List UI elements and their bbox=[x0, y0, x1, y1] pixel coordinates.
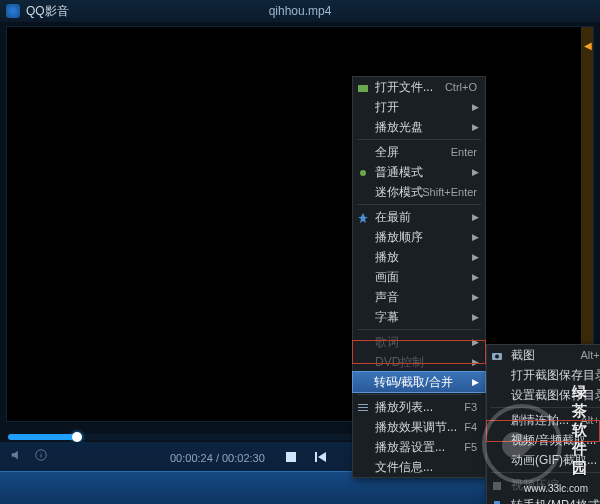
menu-normal-mode[interactable]: 普通模式▶ bbox=[353, 162, 485, 182]
time-display: 00:00:24 / 00:02:30 bbox=[170, 452, 265, 464]
svg-rect-5 bbox=[358, 404, 368, 405]
menu-lyrics: 歌词▶ bbox=[353, 332, 485, 352]
titlebar: QQ影音 qihhou.mp4 bbox=[0, 0, 600, 22]
menu-fullscreen[interactable]: 全屏Enter bbox=[353, 142, 485, 162]
menu-play-order[interactable]: 播放顺序▶ bbox=[353, 227, 485, 247]
svg-point-4 bbox=[360, 170, 366, 176]
playlist-toggle-icon[interactable]: ◀ bbox=[584, 40, 592, 51]
menu-mini-mode[interactable]: 迷你模式Shift+Enter bbox=[353, 182, 485, 202]
watermark-text: 绿茶软件园 bbox=[572, 383, 588, 478]
menu-effect-adjust[interactable]: 播放效果调节...F4 bbox=[353, 417, 485, 437]
svg-rect-2 bbox=[315, 452, 317, 462]
camera-icon bbox=[491, 348, 503, 360]
check-icon bbox=[357, 165, 369, 177]
progress-knob-icon[interactable] bbox=[72, 432, 82, 442]
menu-subtitle[interactable]: 字幕▶ bbox=[353, 307, 485, 327]
menu-file-info[interactable]: 文件信息... bbox=[353, 457, 485, 477]
menu-picture[interactable]: 画面▶ bbox=[353, 267, 485, 287]
app-name: QQ影音 bbox=[26, 3, 69, 20]
folder-icon bbox=[357, 80, 369, 92]
svg-rect-10 bbox=[493, 482, 501, 490]
submenu-screenshot[interactable]: 截图Alt+A bbox=[487, 345, 600, 365]
context-menu: 打开文件...Ctrl+O 打开▶ 播放光盘▶ 全屏Enter 普通模式▶ 迷你… bbox=[352, 76, 486, 478]
submenu-convert-mobile[interactable]: 转手机(MP4格式) bbox=[487, 495, 600, 504]
info-icon[interactable] bbox=[34, 448, 48, 462]
svg-point-9 bbox=[495, 355, 499, 359]
svg-rect-7 bbox=[358, 410, 368, 411]
menu-playlist[interactable]: 播放列表...F3 bbox=[353, 397, 485, 417]
compress-icon bbox=[491, 478, 503, 490]
watermark-url: www.33lc.com bbox=[524, 483, 588, 494]
menu-player-settings[interactable]: 播放器设置...F5 bbox=[353, 437, 485, 457]
menu-open[interactable]: 打开▶ bbox=[353, 97, 485, 117]
svg-rect-6 bbox=[358, 407, 368, 408]
menu-separator bbox=[357, 329, 481, 330]
submenu-open-screenshot-dir[interactable]: 打开截图保存目录 bbox=[487, 365, 600, 385]
menu-dvd-control: DVD控制▶ bbox=[353, 352, 485, 372]
menu-play-disc[interactable]: 播放光盘▶ bbox=[353, 117, 485, 137]
app-logo-icon bbox=[6, 4, 20, 18]
time-current: 00:00:24 bbox=[170, 452, 213, 464]
time-total: 00:02:30 bbox=[222, 452, 265, 464]
menu-separator bbox=[357, 394, 481, 395]
menu-play[interactable]: 播放▶ bbox=[353, 247, 485, 267]
pin-icon bbox=[357, 210, 369, 222]
menu-separator bbox=[357, 204, 481, 205]
progress-fill bbox=[8, 434, 78, 440]
list-icon bbox=[357, 400, 369, 412]
player-window: QQ影音 qihhou.mp4 ◀ 00:00:24 / 00:02:30 打开… bbox=[0, 0, 600, 504]
menu-transcode-capture-merge[interactable]: 转码/截取/合并▶ bbox=[352, 371, 486, 393]
menu-open-file[interactable]: 打开文件...Ctrl+O bbox=[353, 77, 485, 97]
svg-rect-1 bbox=[286, 452, 296, 462]
phone-icon bbox=[491, 498, 503, 504]
stop-button[interactable] bbox=[280, 446, 302, 468]
menu-on-top[interactable]: 在最前▶ bbox=[353, 207, 485, 227]
svg-rect-3 bbox=[358, 85, 368, 92]
file-title: qihhou.mp4 bbox=[0, 4, 600, 18]
menu-sound[interactable]: 声音▶ bbox=[353, 287, 485, 307]
menu-separator bbox=[357, 139, 481, 140]
volume-icon[interactable] bbox=[10, 448, 24, 462]
prev-button[interactable] bbox=[310, 446, 332, 468]
